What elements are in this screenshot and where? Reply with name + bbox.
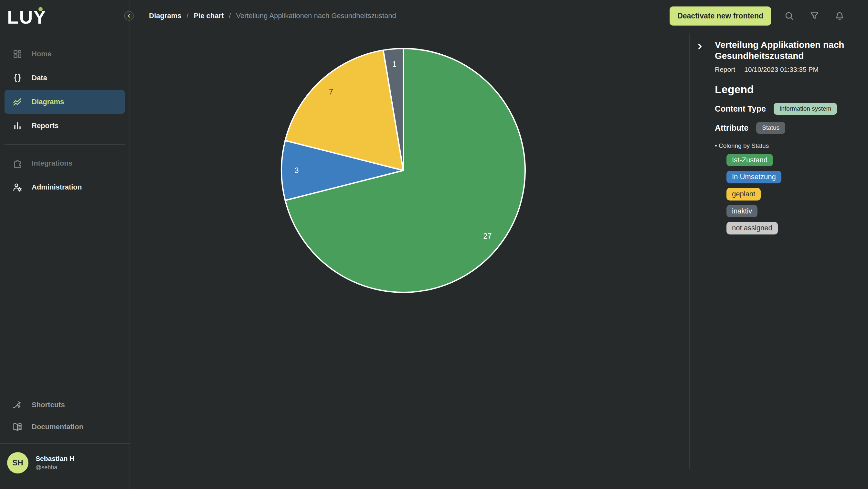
sidebar-nav: Home Data Diagrams [0,42,130,199]
report-title: Verteilung Applikationen nach Gesundheit… [715,39,858,61]
user-profile[interactable]: SH Sebastian H @sebha [0,444,130,489]
legend-heading: Legend [715,83,858,96]
search-icon[interactable] [784,11,794,21]
sidebar-item-integrations[interactable]: Integrations [4,151,125,175]
content-type-row: Content Type Information system [715,103,858,115]
breadcrumb-separator: / [186,12,188,20]
chevron-right-icon [695,42,706,51]
sidebar-item-data[interactable]: Data [4,66,125,90]
sidebar-item-label: Reports [32,122,59,130]
pie-chart: 27371 [274,41,533,300]
sidebar-item-diagrams[interactable]: Diagrams [4,90,125,114]
line-chart-icon [12,97,23,107]
coloring-by-status-label: • Coloring by Status [715,142,858,149]
bell-icon[interactable] [834,11,845,21]
status-badge-not-assigned: not assigned [726,222,778,234]
report-meta: Report 10/10/2023 01:33:35 PM [715,66,858,74]
user-handle: @sebha [35,464,74,471]
attribute-badge: Status [756,122,785,134]
chart-canvas: 27371 [131,33,690,469]
status-badge-geplant: geplant [726,188,761,201]
breadcrumb-pie-chart[interactable]: Pie chart [193,12,224,20]
topbar-actions: Deactivate new frontend [670,6,868,26]
braces-icon [12,73,23,83]
sidebar-divider [4,144,125,145]
sidebar-item-reports[interactable]: Reports [4,114,125,138]
content-type-badge: Information system [774,103,837,115]
avatar-initials: SH [12,458,23,467]
sidebar-item-label: Shortcuts [32,401,65,409]
filter-icon[interactable] [809,11,819,21]
user-name: Sebastian H [35,455,74,462]
sidebar-item-label: Documentation [32,423,83,431]
panel-collapse-button[interactable] [695,41,706,52]
attribute-label: Attribute [715,123,748,133]
content-type-label: Content Type [715,104,766,114]
bar-chart-icon [12,121,23,131]
avatar: SH [7,452,28,473]
user-gear-icon [12,182,23,193]
puzzle-icon [12,158,23,169]
breadcrumb: Diagrams / Pie chart / Verteilung Applik… [149,12,396,20]
pie-slice-value-label: 1 [392,60,397,68]
sidebar-item-label: Home [32,50,51,58]
chevron-left-icon [126,12,132,19]
user-info: Sebastian H @sebha [35,455,74,471]
app-logo[interactable]: LUY [0,0,130,42]
book-icon [12,422,23,432]
sidebar-item-administration[interactable]: Administration [4,175,125,199]
legend-panel: Verteilung Applikationen nach Gesundheit… [690,33,868,489]
status-badge-list: Ist-Zustand In Umsetzung geplant inaktiv… [726,154,858,234]
sidebar-item-shortcuts[interactable]: Shortcuts [4,394,125,416]
topbar: Diagrams / Pie chart / Verteilung Applik… [131,0,868,32]
attribute-row: Attribute Status [715,122,858,134]
pie-slice-value-label: 3 [295,166,299,175]
status-badge-inaktiv: inaktiv [726,205,757,218]
sidebar-item-home[interactable]: Home [4,42,125,66]
pie-slice-value-label: 27 [484,232,492,240]
breadcrumb-current: Verteilung Applikationen nach Gesundheit… [236,12,396,20]
split-arrow-icon [12,400,23,410]
pie-slice-value-label: 7 [329,88,333,96]
sidebar-footer: Shortcuts Documentation SH Sebastian H @… [0,394,130,489]
report-type-label: Report [715,66,735,74]
logo-dot-icon [38,7,43,11]
sidebar-item-documentation[interactable]: Documentation [4,416,125,438]
sidebar: LUY Home Data [0,0,130,489]
status-badge-in-umsetzung: In Umsetzung [726,171,781,183]
dashboard-icon [12,49,23,59]
breadcrumb-diagrams[interactable]: Diagrams [149,12,181,20]
sidebar-item-label: Integrations [32,159,72,168]
deactivate-new-frontend-button[interactable]: Deactivate new frontend [670,6,771,26]
report-timestamp: 10/10/2023 01:33:35 PM [744,66,818,74]
sidebar-item-label: Data [32,74,47,82]
status-badge-ist-zustand: Ist-Zustand [726,154,773,167]
sidebar-item-label: Diagrams [32,98,64,106]
breadcrumb-separator: / [229,12,231,20]
sidebar-item-label: Administration [32,183,82,192]
sidebar-collapse-button[interactable] [124,11,134,21]
